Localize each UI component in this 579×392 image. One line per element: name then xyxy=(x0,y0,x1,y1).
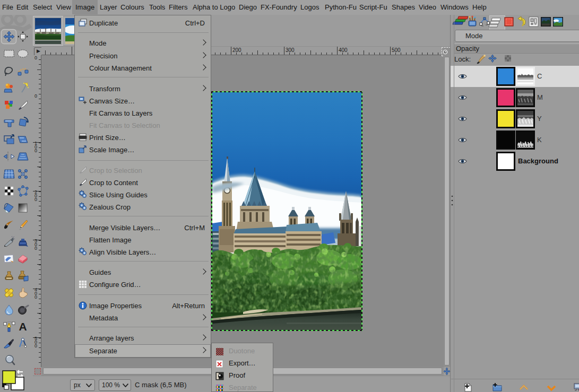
svg-text:A: A xyxy=(19,320,27,333)
